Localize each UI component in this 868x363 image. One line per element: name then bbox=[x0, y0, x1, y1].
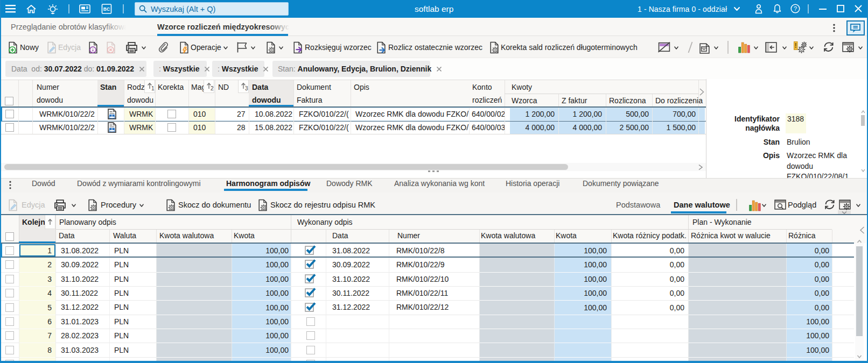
svg-text:!: ! bbox=[795, 42, 797, 49]
svg-text:BC: BC bbox=[103, 6, 110, 12]
svg-text:?: ? bbox=[794, 5, 797, 12]
